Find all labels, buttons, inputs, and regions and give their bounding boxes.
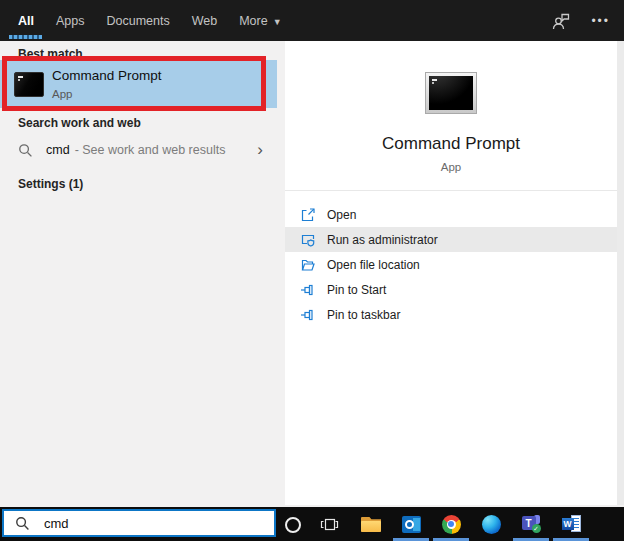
action-pin-to-start[interactable]: Pin to Start [285,277,617,302]
taskbar-app-icons: T✓ W [351,507,591,541]
outlook-icon[interactable] [391,507,431,541]
taskbar: T✓ W [0,507,624,541]
word-icon[interactable]: W [551,507,591,541]
action-label: Run as administrator [327,233,438,247]
preview-title: Command Prompt [285,134,617,154]
action-run-as-administrator[interactable]: Run as administrator [285,227,617,252]
preview-subtitle: App [285,161,617,173]
action-list: Open Run as administrator Open file l [285,202,617,327]
command-prompt-icon [14,72,44,97]
taskbar-search-box[interactable] [2,509,276,537]
tab-more-label: More [239,14,267,28]
teams-icon[interactable]: T✓ [511,507,551,541]
tab-more[interactable]: More▼ [239,14,281,28]
best-match-header: Best match [18,47,83,61]
action-open[interactable]: Open [285,202,617,227]
search-results-panel: Best match Command Prompt App Search wor… [0,41,283,507]
divider [285,190,617,191]
pin-icon [300,282,316,298]
preview-panel: Command Prompt App Open Run a [285,41,617,505]
search-work-web-header: Search work and web [18,116,141,130]
search-web-result-row[interactable]: cmd - See work and web results › [0,137,277,163]
tab-all[interactable]: All [18,14,34,28]
run-as-administrator-icon [300,232,316,248]
action-pin-to-taskbar[interactable]: Pin to taskbar [285,302,617,327]
open-icon [300,207,316,223]
edge-icon[interactable] [471,507,511,541]
pin-icon [300,307,316,323]
chevron-down-icon: ▼ [273,17,282,27]
cortana-icon[interactable] [285,517,301,533]
tab-apps[interactable]: Apps [56,14,85,28]
task-view-icon[interactable] [320,515,339,534]
action-open-file-location[interactable]: Open file location [285,252,617,277]
active-tab-underline [9,35,42,39]
action-label: Pin to Start [327,283,386,297]
file-explorer-icon[interactable] [351,507,391,541]
search-filter-bar: All Apps Documents Web More▼ ••• [0,0,624,41]
search-icon [18,143,33,158]
more-options-icon[interactable]: ••• [591,15,610,27]
best-match-title: Command Prompt [52,68,162,85]
chrome-icon[interactable] [431,507,471,541]
command-prompt-large-icon [425,72,477,114]
feedback-user-icon[interactable] [551,11,571,31]
open-file-location-icon [300,257,316,273]
chevron-right-icon: › [257,138,263,162]
best-match-subtitle: App [52,88,162,100]
taskbar-search-input[interactable] [42,515,246,532]
action-label: Pin to taskbar [327,308,400,322]
search-icon [15,516,30,531]
action-label: Open file location [327,258,420,272]
windows-search-screen: All Apps Documents Web More▼ ••• Best ma… [0,0,624,541]
search-hint-text: - See work and web results [75,143,226,157]
settings-header: Settings (1) [18,177,83,191]
best-match-result-command-prompt[interactable]: Command Prompt App [0,60,277,108]
filter-tabs: All Apps Documents Web More▼ [18,0,282,41]
tab-web[interactable]: Web [192,14,217,28]
search-query-text: cmd [46,143,70,157]
tab-documents[interactable]: Documents [106,14,169,28]
panel-edge-strip [617,41,624,505]
action-label: Open [327,208,356,222]
